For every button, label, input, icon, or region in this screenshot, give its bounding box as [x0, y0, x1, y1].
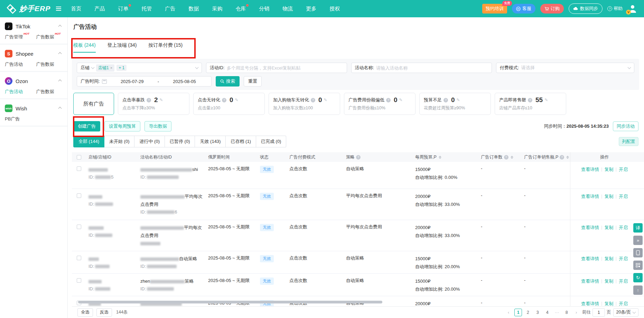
brand-logo[interactable]: 妙手ERP — [6, 3, 50, 14]
action-开启[interactable]: 开启 — [619, 301, 628, 306]
back-to-top-button[interactable]: ↑ — [633, 285, 643, 295]
campaign-id-field[interactable]: 活动ID: — [206, 63, 347, 73]
row-checkbox[interactable] — [77, 256, 81, 260]
shop-more-tag[interactable]: + 1 — [116, 65, 127, 71]
sidebar-item-广告活动[interactable]: 广告活动 — [5, 89, 36, 95]
menu-toggle-icon[interactable] — [56, 7, 61, 11]
edit-icon[interactable]: ✎ — [235, 98, 239, 102]
row-checkbox[interactable] — [77, 193, 81, 198]
action-开启[interactable]: 开启 — [619, 256, 628, 262]
stat-card-产品即将售罄[interactable]: 产品即将售罄?55✎店铺产品库存≤10 — [495, 93, 566, 115]
sidebar-group-header-shopee[interactable]: SShopee — [0, 47, 67, 61]
action-复制[interactable]: 复制 — [605, 225, 614, 231]
select-all-button[interactable]: 全选 — [77, 308, 93, 317]
nav-item-广告[interactable]: 广告 — [165, 6, 175, 12]
stat-card-点击无转化[interactable]: 点击无转化?0✎点击量≥100 — [193, 93, 265, 115]
stat-card-广告费用份额偏低[interactable]: 广告费用份额偏低?0✎广告费用份额≤10% — [344, 93, 416, 115]
column-config-button[interactable]: 列配置 — [619, 137, 639, 146]
page-2[interactable]: 2 — [524, 309, 532, 316]
action-查看详情[interactable]: 查看详情 — [581, 166, 599, 173]
stat-card-预算不足[interactable]: 预算不足?0✎花费超过周预算≥90% — [419, 93, 491, 115]
sidebar-group-header-wish[interactable]: wishWish — [0, 101, 67, 115]
action-开启[interactable]: 开启 — [619, 278, 628, 284]
horizontal-scrollbar[interactable] — [78, 301, 382, 303]
pay-mode-select[interactable]: 付费模式: 请选择 — [496, 63, 634, 73]
mobile-app-button[interactable] — [633, 248, 643, 257]
action-查看详情[interactable]: 查看详情 — [581, 301, 599, 306]
status-tab-已存档 (1)[interactable]: 已存档 (1) — [226, 136, 256, 147]
avatar[interactable]: V — [627, 3, 638, 14]
edit-icon[interactable]: ✎ — [399, 98, 403, 102]
nav-item-订单[interactable]: 订单 — [118, 6, 128, 12]
row-checkbox[interactable] — [77, 225, 81, 229]
nav-item-物流[interactable]: 物流 — [282, 6, 293, 12]
tab-按订单付费 (15)[interactable]: 按订单付费 (15) — [148, 42, 183, 53]
shop-tag[interactable]: 店铺1 × — [96, 64, 114, 72]
refresh-button[interactable]: ↻ — [633, 273, 643, 282]
edit-icon[interactable]: ✎ — [544, 98, 548, 102]
action-复制[interactable]: 复制 — [605, 193, 614, 200]
sidebar-group-header-ozon[interactable]: OOzon — [0, 74, 67, 88]
campaign-name-input[interactable] — [376, 65, 488, 71]
sidebar-item-广告数据[interactable]: 广告数据HOT — [36, 34, 68, 40]
nav-item-采购[interactable]: 采购 — [212, 6, 222, 12]
sync-campaign-button[interactable]: 同步活动 — [613, 121, 638, 131]
action-查看详情[interactable]: 查看详情 — [581, 278, 599, 284]
remove-tag-icon[interactable]: × — [110, 66, 112, 70]
prev-page-icon[interactable]: ‹ — [505, 309, 512, 316]
sidebar-group-header-tiktok[interactable]: ♪TikTok — [0, 19, 67, 33]
action-复制[interactable]: 复制 — [605, 278, 614, 284]
export-data-button[interactable]: 导出数据 — [144, 121, 171, 131]
date-end[interactable]: 2025-08-05 — [161, 79, 208, 84]
action-开启[interactable]: 开启 — [619, 166, 628, 173]
weekly-budget-button[interactable]: 设置每周预算 — [104, 121, 140, 131]
row-checkbox[interactable] — [77, 166, 81, 171]
page-8[interactable]: 8 — [563, 309, 570, 316]
sidebar-item-广告数据[interactable]: 广告数据 — [36, 89, 68, 95]
action-查看详情[interactable]: 查看详情 — [581, 256, 599, 262]
date-start[interactable]: 2025-07-29 — [109, 79, 156, 84]
nav-item-托管[interactable]: 托管 — [141, 6, 152, 12]
edit-icon[interactable]: ✎ — [160, 98, 163, 102]
help-button[interactable]: ? 帮助 — [607, 6, 623, 12]
edit-icon[interactable]: ✎ — [324, 98, 327, 102]
action-复制[interactable]: 复制 — [605, 301, 614, 306]
tab-登上顶端 (34)[interactable]: 登上顶端 (34) — [108, 42, 137, 53]
translate-button[interactable]: 译 — [633, 223, 643, 233]
invert-selection-button[interactable]: 反选 — [96, 308, 112, 317]
page-size-select[interactable]: 20条/页 — [613, 308, 638, 317]
next-page-icon[interactable]: › — [572, 309, 580, 316]
page-3[interactable]: 3 — [534, 309, 541, 316]
sort-icon[interactable] — [439, 156, 441, 159]
sort-icon[interactable] — [566, 156, 569, 159]
customer-service-button[interactable]: 客服 — [512, 4, 535, 13]
date-range-picker[interactable]: 广告时间: 2025-07-29 - 2025-08-05 — [77, 76, 212, 87]
page-4[interactable]: 4 — [543, 309, 551, 316]
sort-icon[interactable] — [511, 156, 513, 159]
edit-icon[interactable]: ✎ — [457, 98, 460, 102]
action-开启[interactable]: 开启 — [619, 225, 628, 231]
status-tab-全部 (144)[interactable]: 全部 (144) — [73, 136, 104, 147]
status-tab-进行中 (0)[interactable]: 进行中 (0) — [134, 136, 165, 147]
nav-item-仓库[interactable]: 仓库 — [235, 6, 246, 12]
campaign-id-input[interactable] — [227, 65, 343, 71]
all-ads-card[interactable]: 所有广告 — [73, 93, 114, 115]
status-tab-已完成 (0)[interactable]: 已完成 (0) — [256, 136, 287, 147]
action-复制[interactable]: 复制 — [605, 166, 614, 173]
action-查看详情[interactable]: 查看详情 — [581, 225, 599, 231]
nav-item-更多[interactable]: 更多 — [306, 6, 316, 12]
nav-item-首页[interactable]: 首页 — [71, 6, 81, 12]
tab-模板 (244)[interactable]: 模板 (244) — [73, 42, 96, 53]
reset-button[interactable]: 重置 — [244, 76, 262, 87]
nav-item-数据[interactable]: 数据 — [188, 6, 199, 12]
campaign-name-field[interactable]: 活动名称: — [351, 63, 492, 73]
nav-item-产品[interactable]: 产品 — [94, 6, 105, 12]
action-复制[interactable]: 复制 — [605, 256, 614, 262]
nav-item-授权[interactable]: 授权 — [329, 6, 340, 12]
page-1[interactable]: 1 — [514, 309, 522, 316]
shop-select[interactable]: 店铺 店铺1 × + 1 — [77, 63, 202, 73]
create-ad-button[interactable]: 创建广告 — [73, 121, 100, 131]
status-tab-无效 (143)[interactable]: 无效 (143) — [195, 136, 226, 147]
row-checkbox[interactable] — [77, 278, 81, 283]
sidebar-item-广告管理[interactable]: 广告管理HOT — [5, 34, 36, 40]
